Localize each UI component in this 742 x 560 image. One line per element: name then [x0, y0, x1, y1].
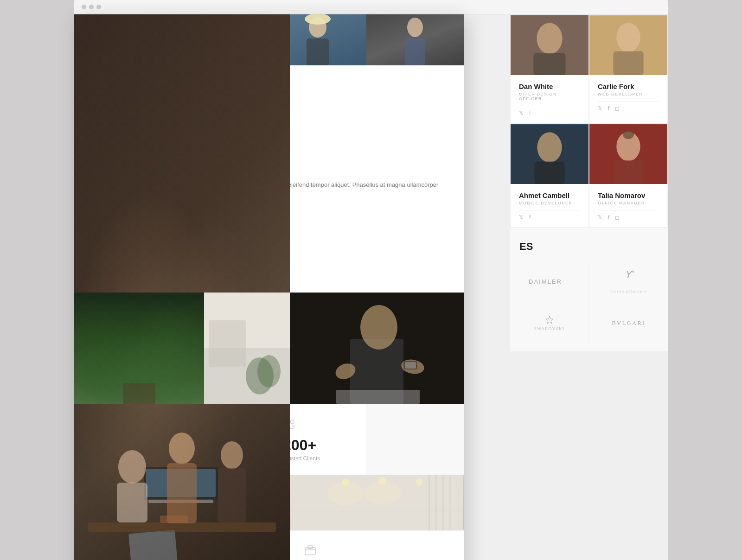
stat-clients-label: Trusted Clients — [283, 455, 353, 462]
team-card-dan: Dan White CHIEF DESIGN OFFICER 𝕏 f — [510, 14, 589, 123]
team-name-talia: Talia Nomarov — [598, 191, 659, 199]
svg-point-57 — [364, 481, 401, 504]
facebook-icon[interactable]: f — [529, 110, 531, 116]
page-wrapper: ABOUT US WE TRY OUR BEST TO DELIVER OUR … — [74, 0, 668, 560]
about-section: ABOUT US WE TRY OUR BEST TO DELIVER OUR … — [74, 65, 464, 293]
team-info-ahmet: Ahmet Cambell MOBILE DEVELOPER 𝕏 f — [511, 184, 588, 227]
swarovski-text: SWAROVSKI — [534, 326, 565, 331]
svg-rect-59 — [429, 475, 430, 530]
stat-spacer-2 — [366, 404, 464, 475]
svg-rect-22 — [123, 383, 155, 404]
team-role-ahmet: MOBILE DEVELOPER — [519, 201, 580, 205]
svg-rect-34 — [405, 362, 416, 369]
team-role-dan: CHIEF DESIGN OFFICER — [519, 92, 580, 101]
team-grid: Dan White CHIEF DESIGN OFFICER 𝕏 f — [510, 14, 668, 228]
svg-point-30 — [360, 305, 397, 350]
browser-dot-2 — [89, 5, 94, 9]
social-icons-ahmet: 𝕏 f — [519, 210, 580, 221]
facebook-icon-4[interactable]: f — [608, 214, 609, 221]
svg-rect-62 — [449, 475, 451, 530]
team-info-dan: Dan White CHIEF DESIGN OFFICER 𝕏 f — [511, 75, 588, 123]
svg-rect-61 — [442, 475, 444, 530]
svg-text:Ƴ: Ƴ — [625, 269, 634, 280]
brand-swarovski-inner: SWAROVSKI — [534, 315, 565, 331]
team-photo-ahmet — [511, 124, 588, 184]
photo-office — [204, 293, 290, 404]
about-image — [74, 14, 290, 560]
team-card-carlie: Carlie Fork WEB DEVELOPER 𝕏 f ◻ — [589, 14, 668, 123]
brands-title: ES — [510, 235, 668, 260]
svg-rect-20 — [117, 483, 147, 522]
brand-swarovski: SWAROVSKI — [510, 302, 589, 344]
bvlgari-text: BVLGARI — [612, 319, 645, 327]
brand-daimler: DAIMLER — [510, 260, 589, 302]
social-icons-talia: 𝕏 f ◻ — [598, 210, 659, 221]
svg-point-69 — [616, 23, 640, 52]
instagram-icon-2[interactable]: ◻ — [615, 105, 620, 112]
twitter-icon-2[interactable]: 𝕏 — [598, 105, 602, 112]
svg-text:DAIMLER: DAIMLER — [529, 278, 562, 285]
twitter-icon-4[interactable]: 𝕏 — [598, 214, 602, 221]
svg-rect-8 — [307, 38, 329, 65]
left-panel: ABOUT US WE TRY OUR BEST TO DELIVER OUR … — [74, 14, 464, 560]
twitter-icon[interactable]: 𝕏 — [519, 110, 524, 116]
brand-name-daimler: DAIMLER — [529, 274, 570, 289]
browser-dot-1 — [82, 5, 86, 9]
stat-projects: 500+ Delivered Projects — [290, 531, 464, 560]
team-photo-carlie — [589, 15, 667, 75]
svg-rect-70 — [613, 51, 643, 75]
svg-point-55 — [416, 478, 423, 486]
facebook-icon-3[interactable]: f — [529, 214, 531, 221]
svg-rect-76 — [613, 160, 643, 184]
team-name-dan: Dan White — [519, 83, 580, 90]
brand-ysl: Ƴ YvesSaintLaurent — [589, 260, 668, 302]
team-info-carlie: Carlie Fork WEB DEVELOPER 𝕏 f ◻ — [589, 75, 667, 118]
svg-point-43 — [290, 420, 294, 424]
brand-bvlgari: BVLGARI — [589, 302, 668, 344]
projects-icon — [304, 544, 450, 560]
team-card-ahmet: Ahmet Cambell MOBILE DEVELOPER 𝕏 f — [510, 123, 589, 228]
svg-point-9 — [407, 18, 423, 37]
svg-rect-64 — [308, 546, 313, 548]
right-panel: Dan White CHIEF DESIGN OFFICER 𝕏 f — [510, 14, 668, 351]
team-card-talia: Talia Nomarov OFFICE MANAGER 𝕏 f ◻ — [589, 123, 668, 228]
svg-point-15 — [169, 433, 195, 464]
svg-point-17 — [221, 441, 243, 469]
photo-grid — [74, 293, 464, 404]
svg-point-56 — [327, 482, 364, 505]
team-info-talia: Talia Nomarov OFFICE MANAGER 𝕏 f ◻ — [589, 184, 667, 227]
main-content: ABOUT US WE TRY OUR BEST TO DELIVER OUR … — [74, 14, 668, 560]
twitter-icon-3[interactable]: 𝕏 — [519, 214, 524, 221]
svg-point-66 — [537, 23, 562, 54]
svg-rect-16 — [167, 463, 197, 523]
team-name-ahmet: Ahmet Cambell — [519, 191, 580, 199]
svg-rect-10 — [405, 38, 425, 65]
team-photo-talia — [589, 124, 667, 184]
svg-rect-25 — [209, 320, 246, 367]
svg-rect-73 — [534, 162, 564, 184]
instagram-icon-4[interactable]: ◻ — [615, 214, 620, 221]
team-role-talia: OFFICE MANAGER — [598, 201, 659, 205]
browser-dot-3 — [96, 5, 101, 9]
svg-rect-67 — [533, 53, 565, 75]
svg-point-72 — [537, 132, 562, 162]
browser-chrome — [74, 0, 668, 14]
photo-interior — [290, 475, 464, 530]
svg-point-77 — [623, 130, 634, 139]
facebook-icon-2[interactable]: f — [608, 105, 609, 112]
svg-rect-35 — [336, 390, 420, 404]
ysl-text: YvesSaintLaurent — [610, 289, 647, 293]
svg-rect-18 — [218, 468, 246, 524]
photo-meeting — [290, 293, 464, 404]
svg-point-19 — [118, 450, 146, 484]
brands-grid: DAIMLER Ƴ YvesSaintLaurent — [510, 260, 668, 344]
social-icons-carlie: 𝕏 f ◻ — [598, 101, 659, 112]
team-photo-dan — [511, 15, 588, 75]
social-icons-dan: 𝕏 f — [519, 106, 580, 116]
team-name-carlie: Carlie Fork — [598, 83, 659, 90]
brands-section: ES DAIMLER Ƴ — [510, 228, 668, 351]
top-photo-4 — [366, 14, 464, 65]
brand-ysl-inner: Ƴ YvesSaintLaurent — [610, 269, 647, 293]
svg-rect-60 — [435, 475, 437, 530]
people-icon — [283, 417, 353, 433]
